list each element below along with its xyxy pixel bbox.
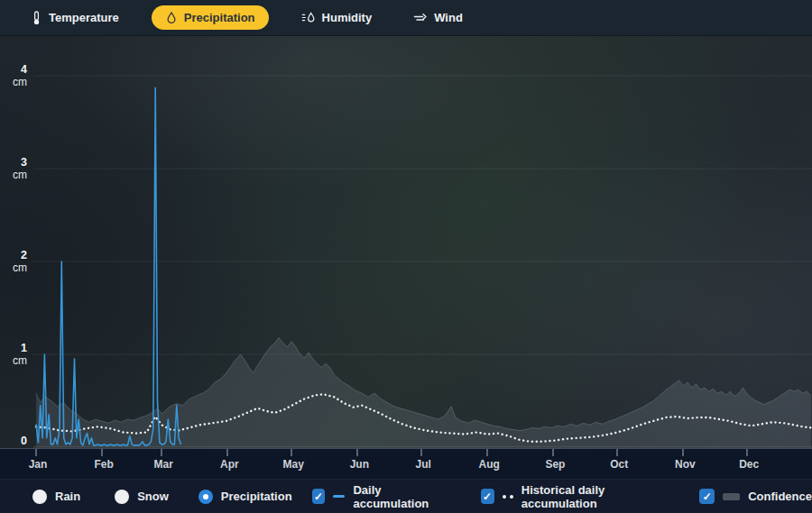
month-tick: [102, 449, 103, 456]
month-tick: [553, 449, 554, 456]
x-axis: JanFebMarAprMayJunJulAugSepOctNovDec: [0, 448, 812, 480]
tab-label: Humidity: [322, 11, 373, 24]
chart-plot-area[interactable]: [0, 0, 812, 479]
month-label: Sep: [545, 458, 565, 471]
y-axis-label: 3cm: [13, 156, 27, 181]
radio-circle[interactable]: [32, 490, 47, 504]
checkbox-historical-accumulation[interactable]: ✓ Historical daily accumulation: [481, 483, 664, 510]
month-label: Jun: [350, 458, 369, 471]
checkbox-label: Confidence: [748, 490, 812, 503]
month-tick: [36, 449, 37, 456]
month-label: Jul: [415, 458, 430, 471]
y-axis-label: 4cm: [13, 63, 27, 88]
month-label: Jan: [29, 458, 48, 471]
month-tick: [291, 449, 292, 456]
tab-label: Wind: [434, 11, 463, 24]
weather-app: Temperature Precipitation Humidity Wind …: [0, 0, 812, 513]
month-tick: [161, 449, 162, 456]
radio-snow[interactable]: Snow: [115, 490, 169, 504]
month-tick: [617, 449, 618, 456]
y-axis: 4cm3cm2cm1cm0cm: [0, 0, 31, 479]
month-tick: [227, 449, 228, 456]
tab-temperature[interactable]: Temperature: [22, 5, 128, 31]
blue-line-swatch: [333, 495, 345, 498]
dotted-line-swatch: [503, 495, 513, 499]
tab-precipitation[interactable]: Precipitation: [152, 5, 269, 30]
radio-circle-checked[interactable]: [198, 490, 213, 504]
month-label: Nov: [675, 458, 696, 471]
checkbox-checked-icon[interactable]: ✓: [481, 489, 494, 504]
month-label: Oct: [610, 458, 628, 471]
tab-bar: Temperature Precipitation Humidity Wind: [0, 0, 812, 36]
month-label: Apr: [220, 458, 239, 471]
radio-precipitation[interactable]: Precipitation: [198, 490, 292, 504]
checkbox-checked-icon[interactable]: ✓: [312, 489, 326, 504]
month-tick: [421, 449, 422, 456]
month-tick: [357, 449, 358, 456]
checkbox-label: Daily accumulation: [353, 483, 446, 510]
radio-label: Precipitation: [221, 490, 292, 503]
radio-rain[interactable]: Rain: [32, 490, 80, 504]
checkbox-confidence[interactable]: ✓ Confidence: [699, 489, 812, 504]
humidity-icon: [301, 11, 316, 24]
tab-label: Temperature: [49, 11, 119, 24]
tab-label: Precipitation: [184, 11, 255, 24]
month-label: Aug: [479, 458, 500, 471]
thermometer-icon: [31, 11, 42, 25]
tab-humidity[interactable]: Humidity: [292, 5, 382, 30]
month-label: Mar: [154, 458, 173, 471]
radio-circle[interactable]: [115, 490, 129, 504]
droplet-icon: [165, 11, 178, 24]
checkbox-checked-icon[interactable]: ✓: [699, 489, 715, 504]
checkbox-label: Historical daily accumulation: [521, 483, 663, 510]
month-label: May: [283, 458, 304, 471]
month-tick: [747, 449, 748, 456]
month-label: Dec: [739, 458, 759, 471]
month-tick: [683, 449, 684, 456]
y-axis-label: 1cm: [13, 342, 27, 367]
radio-label: Rain: [55, 490, 80, 503]
checkbox-daily-accumulation[interactable]: ✓ Daily accumulation: [312, 483, 447, 510]
tab-wind[interactable]: Wind: [404, 5, 472, 30]
month-label: Feb: [94, 458, 113, 471]
radio-label: Snow: [137, 490, 169, 503]
confidence-band-swatch: [723, 493, 740, 500]
month-tick: [487, 449, 488, 456]
y-axis-label: 2cm: [13, 249, 27, 274]
legend-controls-bar: Rain Snow Precipitation ✓ Daily accumula…: [0, 479, 812, 513]
daily-accumulation-line: [36, 87, 181, 445]
wind-icon: [413, 12, 428, 24]
